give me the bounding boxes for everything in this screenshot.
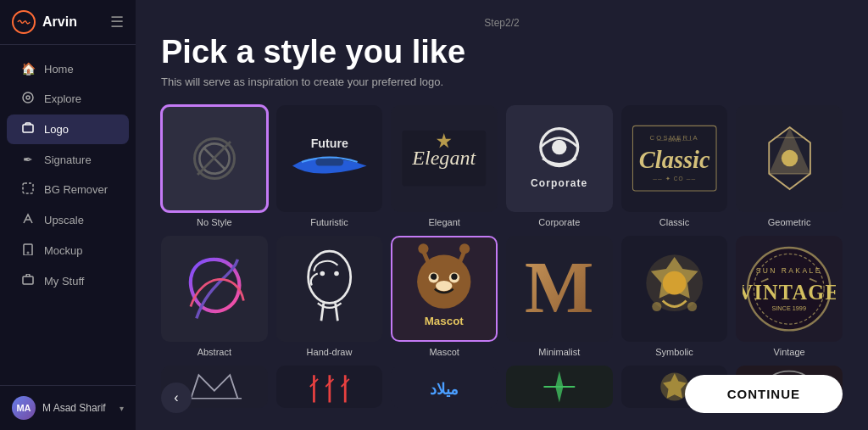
style-item-symbolic[interactable]: Symbolic <box>621 236 728 358</box>
style-item-minimalist[interactable]: M Minimalist <box>506 236 613 358</box>
style-label-vintage: Vintage <box>774 347 805 357</box>
home-icon: 🏠 <box>20 62 36 75</box>
style-label-futuristic: Futuristic <box>310 217 348 227</box>
user-name: M Asad Sharif <box>42 402 113 414</box>
brand-logo[interactable]: Arvin <box>12 10 77 34</box>
sidebar-label-explore: Explore <box>44 92 81 105</box>
style-card-elegant[interactable]: Elegant <box>391 105 498 212</box>
style-item-classic[interactable]: COSMERIA ─── BAND ─── Classic ── ✦ CO ──… <box>621 105 728 227</box>
style-label-abstract: Abstract <box>198 347 231 357</box>
step-label: Step2/2 <box>161 17 843 29</box>
style-card-hand-draw[interactable] <box>276 236 383 343</box>
style-item-mascot[interactable]: Mascot Mascot <box>391 236 498 358</box>
sidebar-label-logo: Logo <box>44 123 69 136</box>
style-card-vintage[interactable]: SUN RAKALE VINTAGE SINCE 1999 <box>736 236 843 343</box>
my-stuff-icon <box>20 274 36 288</box>
svg-rect-2 <box>23 125 33 132</box>
sidebar-item-bg-remover[interactable]: BG Remover <box>7 175 129 204</box>
sidebar-item-home[interactable]: 🏠 Home <box>7 54 129 83</box>
style-label-elegant: Elegant <box>429 217 460 227</box>
classic-svg: COSMERIA ─── BAND ─── Classic ── ✦ CO ── <box>628 114 721 202</box>
back-icon: ‹ <box>174 390 178 405</box>
main-content: Step2/2 Pick a style you like This will … <box>136 0 868 430</box>
brand-icon <box>12 10 36 34</box>
svg-point-38 <box>663 271 687 295</box>
sidebar-label-upscale: Upscale <box>44 214 84 226</box>
style-item-vintage[interactable]: SUN RAKALE VINTAGE SINCE 1999 Vintage <box>736 236 843 358</box>
sidebar-nav: 🏠 Home Explore Logo ✒ Signature BG Remov… <box>0 45 136 385</box>
style-label-no-style: No Style <box>197 217 232 227</box>
page-title: Pick a style you like <box>161 34 843 70</box>
sidebar-label-home: Home <box>44 63 74 75</box>
sidebar-item-logo[interactable]: Logo <box>7 114 129 144</box>
sidebar-label-mockup: Mockup <box>44 244 83 257</box>
sidebar-item-upscale[interactable]: Upscale <box>7 205 129 235</box>
style-grid-row1: No Style Future Futuristic Elegant <box>161 105 843 227</box>
svg-point-5 <box>27 252 29 254</box>
style-card-symbolic[interactable] <box>621 236 728 343</box>
style-card-futuristic[interactable]: Future <box>276 105 383 212</box>
style-item-geometric[interactable]: Geometric <box>736 105 843 227</box>
svg-text:M: M <box>525 248 593 328</box>
style-item-elegant[interactable]: Elegant Elegant <box>391 105 498 227</box>
upscale-icon <box>20 213 36 227</box>
sidebar-item-signature[interactable]: ✒ Signature <box>7 145 129 174</box>
sidebar: Arvin ☰ 🏠 Home Explore Logo ✒ Signature <box>0 0 136 430</box>
signature-icon: ✒ <box>20 153 36 166</box>
menu-icon[interactable]: ☰ <box>110 13 124 31</box>
logo-nav-icon <box>20 122 36 137</box>
svg-point-29 <box>431 273 437 279</box>
style-item-hand-draw[interactable]: Hand-draw <box>276 236 383 358</box>
sidebar-footer[interactable]: MA M Asad Sharif ▾ <box>0 385 136 430</box>
sidebar-item-mockup[interactable]: Mockup <box>7 236 129 265</box>
sidebar-label-signature: Signature <box>44 154 92 166</box>
style-label-hand-draw: Hand-draw <box>307 347 353 357</box>
sidebar-header: Arvin ☰ <box>0 0 136 45</box>
style-item-no-style[interactable]: No Style <box>161 105 268 227</box>
svg-text:Future: Future <box>310 137 348 150</box>
elegant-svg: Elegant <box>398 117 490 199</box>
style-card-minimalist[interactable]: M <box>506 236 613 343</box>
style-label-geometric: Geometric <box>768 217 811 227</box>
style-grid-row2: Abstract Hand-draw <box>161 236 843 358</box>
style-card-mascot[interactable]: Mascot <box>391 236 498 343</box>
explore-icon <box>20 92 36 106</box>
sidebar-item-my-stuff[interactable]: My Stuff <box>7 266 129 296</box>
futuristic-svg: Future <box>283 117 376 199</box>
mockup-icon <box>20 243 36 258</box>
svg-text:SINCE 1999: SINCE 1999 <box>772 304 806 312</box>
svg-text:Classic: Classic <box>639 147 710 173</box>
style-card-row3-3[interactable]: ميلاد <box>391 366 498 408</box>
svg-point-31 <box>436 281 452 291</box>
sidebar-item-explore[interactable]: Explore <box>7 84 129 114</box>
style-card-no-style[interactable] <box>161 105 268 212</box>
svg-text:VINTAGE: VINTAGE <box>743 281 835 304</box>
style-card-abstract[interactable] <box>161 236 268 343</box>
style-item-corporate[interactable]: Corporate Corporate <box>506 105 613 227</box>
style-card-geometric[interactable] <box>736 105 843 212</box>
geometric-svg <box>754 122 826 194</box>
svg-point-25 <box>334 271 339 276</box>
svg-text:ميلاد: ميلاد <box>430 381 459 399</box>
back-button[interactable]: ‹ <box>161 383 192 413</box>
chevron-down-icon: ▾ <box>120 404 124 413</box>
style-label-minimalist: Minimalist <box>538 347 580 357</box>
style-label-corporate: Corporate <box>538 217 580 227</box>
style-item-abstract[interactable]: Abstract <box>161 236 268 358</box>
abstract-svg <box>173 248 255 330</box>
style-item-futuristic[interactable]: Future Futuristic <box>276 105 383 227</box>
style-card-row3-4[interactable] <box>506 366 613 408</box>
style-card-corporate[interactable]: Corporate <box>506 105 613 212</box>
style-card-classic[interactable]: COSMERIA ─── BAND ─── Classic ── ✦ CO ── <box>621 105 728 212</box>
svg-rect-10 <box>315 159 343 166</box>
mascot-svg: Mascot <box>398 243 490 335</box>
svg-point-24 <box>320 271 325 276</box>
style-label-classic: Classic <box>659 217 689 227</box>
style-card-row3-2[interactable] <box>276 366 383 408</box>
svg-point-0 <box>23 92 33 103</box>
avatar: MA <box>12 396 36 420</box>
continue-button[interactable]: CONTINUE <box>685 375 843 413</box>
svg-point-30 <box>452 273 458 279</box>
svg-point-22 <box>781 150 797 166</box>
svg-rect-3 <box>23 183 33 193</box>
